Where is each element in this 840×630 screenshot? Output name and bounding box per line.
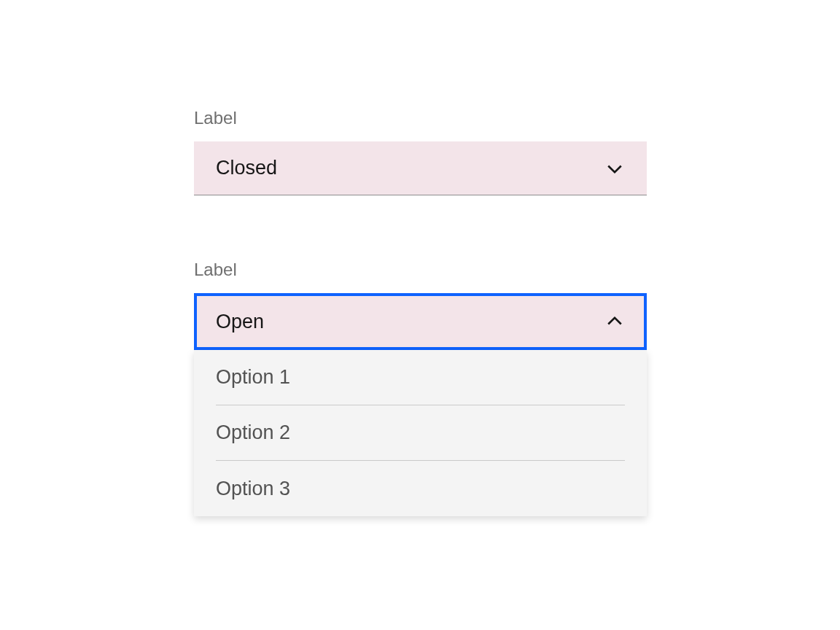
dropdown-menu: Option 1 Option 2 Option 3: [194, 350, 647, 516]
dropdown-open-trigger[interactable]: Open: [194, 293, 647, 350]
dropdown-option-2[interactable]: Option 2: [216, 405, 625, 461]
dropdown-open-label: Label: [194, 260, 647, 280]
dropdown-open-value: Open: [216, 311, 264, 333]
dropdown-closed-label: Label: [194, 108, 647, 128]
dropdown-option-3[interactable]: Option 3: [216, 461, 625, 516]
dropdown-open-group: Label Open Option 1 Option 2 Option 3: [194, 260, 647, 516]
dropdown-closed-value: Closed: [216, 157, 277, 179]
dropdown-closed-group: Label Closed: [194, 108, 647, 195]
dropdown-closed-trigger[interactable]: Closed: [194, 141, 647, 195]
chevron-down-icon: [604, 158, 625, 179]
dropdown-option-1[interactable]: Option 1: [216, 350, 625, 405]
chevron-up-icon: [604, 311, 625, 332]
